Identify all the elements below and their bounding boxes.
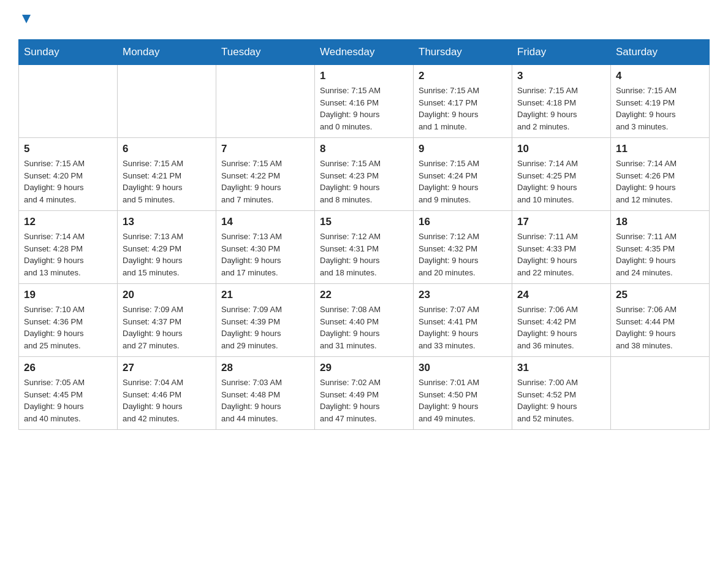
calendar-day-24: 24Sunrise: 7:06 AM Sunset: 4:42 PM Dayli… xyxy=(512,284,611,357)
day-info: Sunrise: 7:14 AM Sunset: 4:26 PM Dayligh… xyxy=(616,158,704,205)
day-number: 17 xyxy=(517,216,605,228)
day-info: Sunrise: 7:05 AM Sunset: 4:45 PM Dayligh… xyxy=(24,377,112,424)
calendar-header-saturday: Saturday xyxy=(611,40,710,65)
day-info: Sunrise: 7:15 AM Sunset: 4:18 PM Dayligh… xyxy=(517,85,605,132)
calendar-header-monday: Monday xyxy=(118,40,216,65)
calendar-day-15: 15Sunrise: 7:12 AM Sunset: 4:31 PM Dayli… xyxy=(315,211,414,284)
svg-marker-0 xyxy=(22,15,31,23)
calendar-day-6: 6Sunrise: 7:15 AM Sunset: 4:21 PM Daylig… xyxy=(118,138,216,211)
calendar-empty-cell xyxy=(611,357,710,430)
logo xyxy=(18,12,33,27)
day-info: Sunrise: 7:10 AM Sunset: 4:36 PM Dayligh… xyxy=(24,304,112,351)
calendar-day-7: 7Sunrise: 7:15 AM Sunset: 4:22 PM Daylig… xyxy=(216,138,315,211)
day-number: 15 xyxy=(320,216,408,228)
calendar-day-18: 18Sunrise: 7:11 AM Sunset: 4:35 PM Dayli… xyxy=(611,211,710,284)
day-number: 7 xyxy=(221,143,309,155)
day-number: 13 xyxy=(123,216,211,228)
day-info: Sunrise: 7:14 AM Sunset: 4:25 PM Dayligh… xyxy=(517,158,605,205)
day-number: 9 xyxy=(419,143,507,155)
day-number: 6 xyxy=(123,143,211,155)
day-number: 23 xyxy=(419,289,507,301)
day-info: Sunrise: 7:06 AM Sunset: 4:44 PM Dayligh… xyxy=(616,304,704,351)
calendar-day-17: 17Sunrise: 7:11 AM Sunset: 4:33 PM Dayli… xyxy=(512,211,611,284)
day-info: Sunrise: 7:04 AM Sunset: 4:46 PM Dayligh… xyxy=(123,377,211,424)
calendar-day-25: 25Sunrise: 7:06 AM Sunset: 4:44 PM Dayli… xyxy=(611,284,710,357)
calendar-day-9: 9Sunrise: 7:15 AM Sunset: 4:24 PM Daylig… xyxy=(414,138,512,211)
calendar-day-10: 10Sunrise: 7:14 AM Sunset: 4:25 PM Dayli… xyxy=(512,138,611,211)
day-info: Sunrise: 7:08 AM Sunset: 4:40 PM Dayligh… xyxy=(320,304,408,351)
day-number: 27 xyxy=(123,362,211,374)
day-info: Sunrise: 7:09 AM Sunset: 4:37 PM Dayligh… xyxy=(123,304,211,351)
day-number: 3 xyxy=(517,70,605,82)
day-info: Sunrise: 7:15 AM Sunset: 4:20 PM Dayligh… xyxy=(24,158,112,205)
day-info: Sunrise: 7:15 AM Sunset: 4:24 PM Dayligh… xyxy=(419,158,507,205)
day-info: Sunrise: 7:11 AM Sunset: 4:33 PM Dayligh… xyxy=(517,231,605,278)
day-info: Sunrise: 7:15 AM Sunset: 4:19 PM Dayligh… xyxy=(616,85,704,132)
day-number: 19 xyxy=(24,289,112,301)
calendar-day-11: 11Sunrise: 7:14 AM Sunset: 4:26 PM Dayli… xyxy=(611,138,710,211)
calendar-week-1: 1Sunrise: 7:15 AM Sunset: 4:16 PM Daylig… xyxy=(19,65,710,138)
calendar-day-2: 2Sunrise: 7:15 AM Sunset: 4:17 PM Daylig… xyxy=(414,65,512,138)
calendar-day-14: 14Sunrise: 7:13 AM Sunset: 4:30 PM Dayli… xyxy=(216,211,315,284)
calendar-day-31: 31Sunrise: 7:00 AM Sunset: 4:52 PM Dayli… xyxy=(512,357,611,430)
calendar-day-21: 21Sunrise: 7:09 AM Sunset: 4:39 PM Dayli… xyxy=(216,284,315,357)
day-number: 8 xyxy=(320,143,408,155)
calendar-day-28: 28Sunrise: 7:03 AM Sunset: 4:48 PM Dayli… xyxy=(216,357,315,430)
day-info: Sunrise: 7:15 AM Sunset: 4:21 PM Dayligh… xyxy=(123,158,211,205)
day-info: Sunrise: 7:01 AM Sunset: 4:50 PM Dayligh… xyxy=(419,377,507,424)
day-number: 16 xyxy=(419,216,507,228)
calendar-header-friday: Friday xyxy=(512,40,611,65)
calendar-day-5: 5Sunrise: 7:15 AM Sunset: 4:20 PM Daylig… xyxy=(19,138,118,211)
day-info: Sunrise: 7:15 AM Sunset: 4:22 PM Dayligh… xyxy=(221,158,309,205)
day-info: Sunrise: 7:03 AM Sunset: 4:48 PM Dayligh… xyxy=(221,377,309,424)
day-info: Sunrise: 7:12 AM Sunset: 4:32 PM Dayligh… xyxy=(419,231,507,278)
calendar-week-3: 12Sunrise: 7:14 AM Sunset: 4:28 PM Dayli… xyxy=(19,211,710,284)
day-number: 14 xyxy=(221,216,309,228)
calendar-day-23: 23Sunrise: 7:07 AM Sunset: 4:41 PM Dayli… xyxy=(414,284,512,357)
day-info: Sunrise: 7:02 AM Sunset: 4:49 PM Dayligh… xyxy=(320,377,408,424)
day-number: 31 xyxy=(517,362,605,374)
day-number: 10 xyxy=(517,143,605,155)
calendar-day-12: 12Sunrise: 7:14 AM Sunset: 4:28 PM Dayli… xyxy=(19,211,118,284)
calendar-empty-cell xyxy=(118,65,216,138)
calendar-day-8: 8Sunrise: 7:15 AM Sunset: 4:23 PM Daylig… xyxy=(315,138,414,211)
calendar-day-1: 1Sunrise: 7:15 AM Sunset: 4:16 PM Daylig… xyxy=(315,65,414,138)
calendar-header-tuesday: Tuesday xyxy=(216,40,315,65)
calendar-empty-cell xyxy=(216,65,315,138)
day-info: Sunrise: 7:12 AM Sunset: 4:31 PM Dayligh… xyxy=(320,231,408,278)
day-info: Sunrise: 7:09 AM Sunset: 4:39 PM Dayligh… xyxy=(221,304,309,351)
calendar-empty-cell xyxy=(19,65,118,138)
calendar-header-wednesday: Wednesday xyxy=(315,40,414,65)
day-number: 21 xyxy=(221,289,309,301)
calendar-day-27: 27Sunrise: 7:04 AM Sunset: 4:46 PM Dayli… xyxy=(118,357,216,430)
day-number: 25 xyxy=(616,289,704,301)
day-info: Sunrise: 7:13 AM Sunset: 4:29 PM Dayligh… xyxy=(123,231,211,278)
calendar-day-30: 30Sunrise: 7:01 AM Sunset: 4:50 PM Dayli… xyxy=(414,357,512,430)
day-info: Sunrise: 7:15 AM Sunset: 4:16 PM Dayligh… xyxy=(320,85,408,132)
calendar-day-20: 20Sunrise: 7:09 AM Sunset: 4:37 PM Dayli… xyxy=(118,284,216,357)
calendar-day-26: 26Sunrise: 7:05 AM Sunset: 4:45 PM Dayli… xyxy=(19,357,118,430)
day-info: Sunrise: 7:14 AM Sunset: 4:28 PM Dayligh… xyxy=(24,231,112,278)
calendar-day-3: 3Sunrise: 7:15 AM Sunset: 4:18 PM Daylig… xyxy=(512,65,611,138)
calendar-header-thursday: Thursday xyxy=(414,40,512,65)
day-number: 18 xyxy=(616,216,704,228)
day-number: 29 xyxy=(320,362,408,374)
calendar-table: SundayMondayTuesdayWednesdayThursdayFrid… xyxy=(18,39,710,430)
calendar-day-4: 4Sunrise: 7:15 AM Sunset: 4:19 PM Daylig… xyxy=(611,65,710,138)
day-info: Sunrise: 7:06 AM Sunset: 4:42 PM Dayligh… xyxy=(517,304,605,351)
calendar-header-sunday: Sunday xyxy=(19,40,118,65)
day-info: Sunrise: 7:11 AM Sunset: 4:35 PM Dayligh… xyxy=(616,231,704,278)
calendar-day-29: 29Sunrise: 7:02 AM Sunset: 4:49 PM Dayli… xyxy=(315,357,414,430)
day-info: Sunrise: 7:15 AM Sunset: 4:23 PM Dayligh… xyxy=(320,158,408,205)
day-info: Sunrise: 7:00 AM Sunset: 4:52 PM Dayligh… xyxy=(517,377,605,424)
logo-arrow-icon xyxy=(20,12,33,28)
day-number: 11 xyxy=(616,143,704,155)
day-number: 4 xyxy=(616,70,704,82)
day-number: 2 xyxy=(419,70,507,82)
calendar-day-19: 19Sunrise: 7:10 AM Sunset: 4:36 PM Dayli… xyxy=(19,284,118,357)
day-number: 30 xyxy=(419,362,507,374)
day-info: Sunrise: 7:07 AM Sunset: 4:41 PM Dayligh… xyxy=(419,304,507,351)
day-number: 22 xyxy=(320,289,408,301)
calendar-week-5: 26Sunrise: 7:05 AM Sunset: 4:45 PM Dayli… xyxy=(19,357,710,430)
calendar-day-13: 13Sunrise: 7:13 AM Sunset: 4:29 PM Dayli… xyxy=(118,211,216,284)
